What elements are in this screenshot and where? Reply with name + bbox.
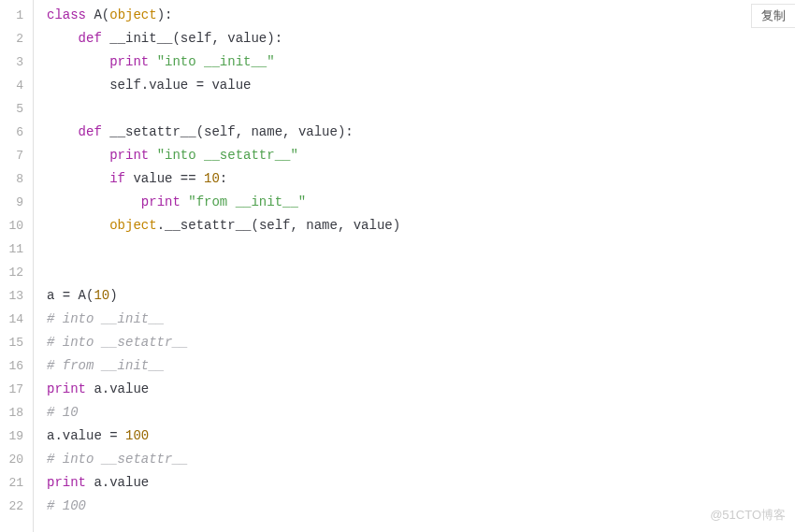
code-line: print "into __setattr__": [47, 144, 795, 167]
line-number: 9: [0, 191, 33, 214]
token-num: 10: [94, 288, 109, 303]
line-number: 3: [0, 50, 33, 74]
token-ident: [149, 54, 156, 69]
token-punct: ):: [267, 31, 282, 46]
code-line: object.__setattr__(self, name, value): [47, 214, 795, 237]
token-kw: def: [79, 124, 102, 139]
line-number: 13: [0, 284, 33, 308]
code-content: class A(object): def __init__(self, valu…: [34, 0, 795, 532]
code-block: 12345678910111213141516171819202122 clas…: [0, 0, 795, 532]
line-number: 1: [0, 4, 33, 27]
code-line: def __setattr__(self, name, value):: [47, 121, 795, 144]
token-kw: print: [109, 54, 149, 69]
token-punct: ):: [338, 124, 354, 139]
code-line: # into __init__: [47, 308, 795, 331]
token-ident: a.value: [86, 475, 149, 490]
code-line: def __init__(self, value):: [47, 27, 795, 50]
line-number: 2: [0, 27, 33, 50]
token-kw: print: [47, 475, 86, 490]
code-line: print "into __init__": [47, 50, 795, 74]
token-punct: ):: [157, 7, 173, 22]
code-line: # from __init__: [47, 354, 795, 378]
code-line: [47, 261, 795, 284]
token-ident: [47, 148, 109, 163]
token-ident: [47, 31, 79, 46]
token-ident: self, name, value: [204, 124, 338, 139]
token-kw: print: [141, 194, 181, 209]
line-number: 10: [0, 214, 33, 237]
token-cmt: # 10: [47, 405, 79, 420]
token-kw: if: [109, 171, 125, 186]
code-line: print a.value: [47, 471, 795, 495]
token-punct: ): [393, 218, 400, 233]
line-number: 16: [0, 354, 33, 378]
token-builtin: object: [109, 7, 156, 22]
token-cmt: # 100: [47, 498, 86, 513]
token-ident: [47, 194, 141, 209]
line-number: 21: [0, 471, 33, 495]
code-line: # 100: [47, 495, 795, 518]
token-ident: __setattr__: [102, 124, 196, 139]
copy-button[interactable]: 复制: [751, 4, 795, 28]
token-ident: [181, 194, 188, 209]
token-cmt: # from __init__: [47, 358, 165, 373]
code-line: a = A(10): [47, 284, 795, 308]
token-str: "from __init__": [188, 194, 306, 209]
token-ident: a.value: [86, 381, 149, 396]
code-line: a.value = 100: [47, 424, 795, 448]
line-number: 4: [0, 74, 33, 97]
line-number: 19: [0, 424, 33, 448]
line-number: 15: [0, 331, 33, 354]
token-num: 100: [125, 428, 149, 443]
token-ident: [47, 54, 109, 69]
token-ident: [47, 124, 79, 139]
code-line: class A(object):: [47, 4, 795, 27]
token-kw: print: [109, 148, 149, 163]
token-ident: a = A(: [47, 288, 94, 303]
line-number: 7: [0, 144, 33, 167]
token-cmt: # into __setattr__: [47, 452, 188, 467]
token-ident: self, name, value: [259, 218, 393, 233]
line-number: 14: [0, 308, 33, 331]
code-line: print a.value: [47, 378, 795, 401]
token-cmt: # into __init__: [47, 311, 165, 326]
code-line: # 10: [47, 401, 795, 424]
line-number: 6: [0, 121, 33, 144]
code-line: [47, 97, 795, 121]
token-ident: [47, 171, 109, 186]
line-number: 12: [0, 261, 33, 284]
token-ident: self.value = value: [47, 78, 251, 93]
token-ident: self, value: [181, 31, 267, 46]
line-number: 5: [0, 97, 33, 121]
token-str: "into __setattr__": [157, 148, 298, 163]
watermark: @51CTO博客: [710, 503, 786, 526]
token-punct: :: [220, 171, 227, 186]
token-ident: __init__: [102, 31, 173, 46]
token-builtin: object: [109, 218, 156, 233]
line-number: 8: [0, 167, 33, 191]
token-ident: a.value =: [47, 428, 125, 443]
token-kw: class: [47, 7, 86, 22]
token-kw: def: [79, 31, 102, 46]
line-number: 20: [0, 448, 33, 471]
token-num: 10: [204, 171, 220, 186]
token-ident: A: [86, 7, 102, 22]
code-line: if value == 10:: [47, 167, 795, 191]
token-punct: ): [109, 288, 117, 303]
token-punct: (: [196, 124, 204, 139]
line-number: 22: [0, 495, 33, 518]
token-punct: (: [251, 218, 258, 233]
line-number: 18: [0, 401, 33, 424]
token-cmt: # into __setattr__: [47, 335, 188, 350]
token-ident: [149, 148, 156, 163]
token-str: "into __init__": [157, 54, 275, 69]
code-line: print "from __init__": [47, 191, 795, 214]
token-ident: [47, 218, 109, 233]
token-ident: value ==: [125, 171, 204, 186]
token-punct: (: [172, 31, 180, 46]
token-punct: (: [102, 7, 109, 22]
code-line: [47, 237, 795, 261]
code-line: # into __setattr__: [47, 448, 795, 471]
token-ident: .__setattr__: [157, 218, 252, 233]
code-line: # into __setattr__: [47, 331, 795, 354]
